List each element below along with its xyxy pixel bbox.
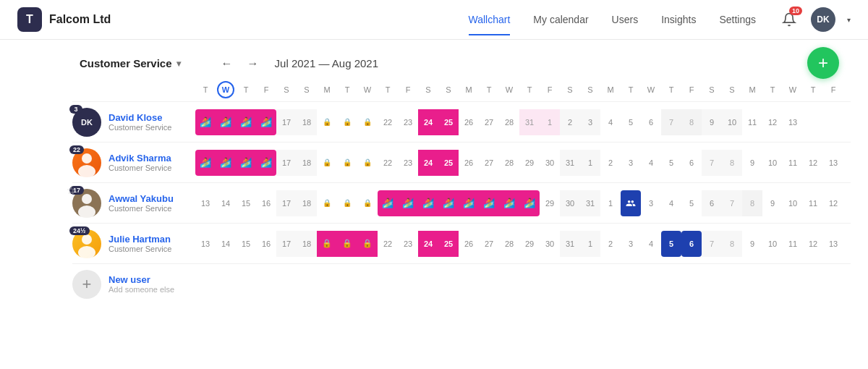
- notifications-button[interactable]: 10: [779, 9, 799, 30]
- day-cell-1-27: 9: [742, 150, 762, 176]
- nav-my-calendar[interactable]: My calendar: [533, 11, 588, 28]
- day-header-0: T: [195, 85, 216, 94]
- day-cell-3-31: 13: [823, 231, 843, 257]
- day-cell-1-31: 13: [823, 150, 843, 176]
- day-header-23: T: [661, 85, 681, 94]
- day-cell-2-27: 8: [742, 190, 762, 216]
- day-header-29: W: [783, 85, 803, 94]
- day-cell-2-9: 🏄: [378, 190, 398, 216]
- day-cell-1-22: 4: [641, 150, 661, 176]
- day-cell-0-20: 4: [600, 109, 621, 135]
- day-cell-1-15: 28: [499, 150, 519, 176]
- people-rows: DK3David KloseCustomer Service🏄🏄🏄🏄1718🔒🔒…: [72, 101, 851, 263]
- day-cell-2-10: 🏄: [398, 190, 418, 216]
- prev-period-button[interactable]: ←: [217, 54, 237, 74]
- day-cell-1-18: 31: [560, 150, 580, 176]
- day-cell-1-4: 17: [276, 150, 297, 176]
- calendar-nav-arrows: ← →: [217, 54, 263, 74]
- day-cell-1-8: 🔒: [357, 150, 378, 176]
- day-header-1: W: [217, 81, 234, 98]
- day-cell-2-4: 17: [276, 190, 297, 216]
- day-cell-1-3: 🏄: [256, 150, 276, 176]
- nav-settings[interactable]: Settings: [719, 11, 756, 28]
- person-row-0: DK3David KloseCustomer Service🏄🏄🏄🏄1718🔒🔒…: [72, 101, 851, 142]
- nav-insights[interactable]: Insights: [661, 11, 696, 28]
- day-cell-0-15: 28: [499, 109, 519, 135]
- day-header-16: T: [519, 85, 540, 94]
- day-cell-1-17: 30: [540, 150, 560, 176]
- person-name-1[interactable]: Advik Sharma: [109, 153, 171, 164]
- row-days-2: 131415161718🔒🔒🔒🏄🏄🏄🏄🏄🏄🏄🏄29303113456789101…: [195, 190, 843, 216]
- day-cell-3-19: 1: [580, 231, 600, 257]
- day-cell-3-23: 5: [661, 231, 681, 257]
- row-days-3: 131415161718🔒🔒🔒2223242526272829303112345…: [195, 231, 843, 257]
- day-cell-1-19: 1: [580, 150, 600, 176]
- day-cell-0-0: 🏄: [195, 109, 216, 135]
- day-cell-0-6: 🔒: [317, 109, 337, 135]
- add-event-button[interactable]: +: [807, 47, 839, 79]
- day-cell-3-24: 6: [681, 231, 702, 257]
- day-cell-1-26: 8: [722, 150, 742, 176]
- day-header-31: F: [823, 85, 843, 94]
- day-cell-1-25: 7: [702, 150, 722, 176]
- day-cell-0-1: 🏄: [216, 109, 236, 135]
- day-cell-0-4: 17: [276, 109, 297, 135]
- new-user-info: + New user Add someone else: [72, 270, 195, 299]
- day-header-4: S: [276, 85, 297, 94]
- day-header-17: F: [540, 85, 560, 94]
- day-cell-1-13: 26: [459, 150, 479, 176]
- avatar-wrap-2: 17☆: [72, 189, 101, 218]
- person-name-3[interactable]: Julie Hartman: [109, 234, 171, 245]
- day-cell-1-1: 🏄: [216, 150, 236, 176]
- day-cell-3-15: 28: [499, 231, 519, 257]
- user-menu-caret[interactable]: ▾: [847, 16, 851, 24]
- next-period-button[interactable]: →: [243, 54, 263, 74]
- person-name-0[interactable]: David Klose: [109, 112, 171, 123]
- app-logo: T: [17, 7, 42, 32]
- day-cell-1-20: 2: [600, 150, 621, 176]
- day-cell-2-24: 5: [681, 190, 702, 216]
- day-cell-0-16: 31: [519, 109, 540, 135]
- notification-badge: 10: [789, 7, 802, 15]
- person-info-1: 22Advik SharmaCustomer Service: [72, 148, 195, 177]
- day-cell-0-21: 5: [621, 109, 641, 135]
- day-cell-2-31: 12: [823, 190, 843, 216]
- day-cell-0-10: 23: [398, 109, 418, 135]
- user-avatar-button[interactable]: DK: [811, 7, 835, 32]
- day-headers-row: TWTFSSMTWTFSSMTWTFSSMTWTFSSMTWTF: [195, 81, 851, 98]
- nav-users[interactable]: Users: [612, 11, 639, 28]
- nav-wallchart[interactable]: Wallchart: [469, 11, 511, 28]
- day-cell-3-26: 8: [722, 231, 742, 257]
- date-range-label: Jul 2021 — Aug 2021: [275, 57, 378, 69]
- day-cell-0-3: 🏄: [256, 109, 276, 135]
- person-dept-1: Customer Service: [109, 164, 171, 172]
- day-cell-2-15: 🏄: [499, 190, 519, 216]
- day-header-6: M: [317, 85, 337, 94]
- day-cell-3-17: 30: [540, 231, 560, 257]
- day-cell-2-28: 9: [762, 190, 783, 216]
- day-header-15: W: [499, 85, 519, 94]
- svg-point-2: [82, 194, 92, 204]
- day-cell-0-23: 7: [661, 109, 681, 135]
- main-nav: Wallchart My calendar Users Insights Set…: [469, 11, 757, 28]
- day-cell-0-26: 10: [722, 109, 742, 135]
- day-cell-1-0: 🏄: [195, 150, 216, 176]
- day-header-3: F: [256, 85, 276, 94]
- day-cell-3-10: 23: [398, 231, 418, 257]
- add-person-button[interactable]: + New user Add someone else: [72, 270, 174, 299]
- day-cell-0-17: 1: [540, 109, 560, 135]
- day-cell-2-22: 3: [641, 190, 661, 216]
- department-selector[interactable]: Customer Service ▾: [72, 53, 188, 74]
- day-cell-1-5: 18: [297, 150, 317, 176]
- person-name-2[interactable]: Awwal Yakubu: [109, 193, 174, 204]
- day-cell-2-3: 16: [256, 190, 276, 216]
- day-cell-1-30: 12: [803, 150, 823, 176]
- day-cell-0-9: 22: [378, 109, 398, 135]
- add-person-circle: +: [72, 270, 101, 299]
- new-user-label: New user: [109, 274, 174, 285]
- day-cell-2-7: 🔒: [337, 190, 357, 216]
- day-cell-0-24: 8: [681, 109, 702, 135]
- day-cell-3-13: 26: [459, 231, 479, 257]
- day-header-11: S: [418, 85, 438, 94]
- day-cell-0-30: [803, 109, 823, 135]
